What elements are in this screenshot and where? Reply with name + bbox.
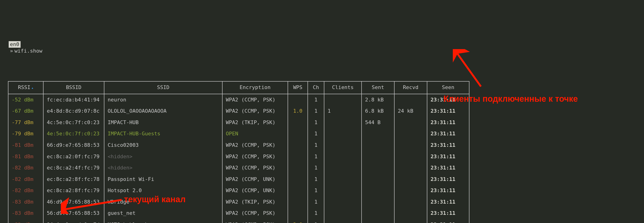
cell-seen: 23:31:11 <box>427 94 469 106</box>
cell-clients <box>324 174 362 185</box>
cell-bssid: 94:4a:0c:ad:0a:7d <box>43 219 104 223</box>
cell-bssid: ec:8c:a2:4f:fc:79 <box>43 162 104 174</box>
cell-rssi: -67 dBm <box>8 105 43 117</box>
cell-bssid: fc:ec:da:b4:41:94 <box>43 94 104 106</box>
cell-seen: 23:31:11 <box>427 128 469 140</box>
cell-ssid: OLOLOL_OAOOAOAOAOOA <box>104 105 222 117</box>
cell-ssid: Cisco02003 <box>104 140 222 151</box>
cell-wps <box>288 94 308 106</box>
col-bssid[interactable]: BSSID <box>43 81 104 94</box>
table-row[interactable]: -77 dBm4c:5e:0c:7f:c0:23IMPACT-HUBWPA2 (… <box>8 117 469 128</box>
col-wps[interactable]: WPS <box>288 81 308 94</box>
col-sent[interactable]: Sent <box>362 81 394 94</box>
table-row[interactable]: -52 dBmfc:ec:da:b4:41:94neuronWPA2 (CCMP… <box>8 94 469 106</box>
table-row[interactable]: -82 dBmec:8c:a2:8f:fc:78Passpoint Wi-FiW… <box>8 174 469 185</box>
cell-bssid: ec:8c:a2:0f:fc:79 <box>43 151 104 163</box>
cell-ssid: WBridge <box>104 196 222 208</box>
cell-recvd <box>394 208 427 219</box>
cell-wps <box>288 162 308 174</box>
table-row[interactable]: -83 dBm56:d9:e7:65:88:53guest_netWPA2 (C… <box>8 208 469 219</box>
cell-ch: 1 <box>308 94 324 106</box>
cell-rssi: -83 dBm <box>8 219 43 223</box>
table-row[interactable]: -83 dBm46:d9:e7:65:88:53WBridgeWPA2 (TKI… <box>8 196 469 208</box>
cell-recvd <box>394 128 427 140</box>
cell-sent: 6.8 kB <box>362 105 394 117</box>
col-seen[interactable]: Seen <box>427 81 469 94</box>
cell-ch: 1 <box>308 208 324 219</box>
cell-seen: 23:31:11 <box>427 162 469 174</box>
cell-recvd <box>394 151 427 163</box>
cell-bssid: ec:8c:a2:8f:fc:79 <box>43 185 104 196</box>
cell-seen: 23:31:11 <box>427 219 469 223</box>
cell-wps <box>288 185 308 196</box>
table-row[interactable]: -82 dBmec:8c:a2:8f:fc:79Hotspot 2.0WPA2 … <box>8 185 469 196</box>
cell-clients: 1 <box>324 105 362 117</box>
cell-ssid: Passpoint Wi-Fi <box>104 174 222 185</box>
col-rssi[interactable]: RSSI▴ <box>8 81 43 94</box>
cell-enc: WPA2 (CCMP, PSK) <box>222 94 288 106</box>
cell-ssid: guest_net <box>104 208 222 219</box>
cell-rssi: -82 dBm <box>8 174 43 185</box>
cell-bssid: 46:d9:e7:65:88:53 <box>43 196 104 208</box>
cell-wps <box>288 128 308 140</box>
cell-wps <box>288 140 308 151</box>
cell-seen: 23:31:11 <box>427 208 469 219</box>
cell-sent <box>362 140 394 151</box>
cell-sent <box>362 196 394 208</box>
col-encryption[interactable]: Encryption <box>222 81 288 94</box>
cell-rssi: -81 dBm <box>8 140 43 151</box>
cell-wps: 1.0 <box>288 105 308 117</box>
cell-ssid: MGTS_hohlovsky <box>104 219 222 223</box>
cell-ssid: <hidden> <box>104 151 222 163</box>
cell-clients <box>324 140 362 151</box>
cell-recvd: 24 kB <box>394 105 427 117</box>
col-ssid[interactable]: SSID <box>104 81 222 94</box>
table-row[interactable]: -79 dBm4e:5e:0c:7f:c0:23IMPACT-HUB-Guest… <box>8 128 469 140</box>
cell-clients <box>324 128 362 140</box>
cell-enc: WPA2 (TKIP, PSK) <box>222 196 288 208</box>
cell-wps <box>288 196 308 208</box>
cell-wps <box>288 151 308 163</box>
table-row[interactable]: -83 dBm94:4a:0c:ad:0a:7dMGTS_hohlovskyWP… <box>8 219 469 223</box>
cell-rssi: -82 dBm <box>8 162 43 174</box>
col-ch[interactable]: Ch <box>308 81 324 94</box>
prompt-interface-badge: en0 <box>9 41 21 48</box>
cell-bssid: 4e:5e:0c:7f:c0:23 <box>43 128 104 140</box>
cell-clients <box>324 117 362 128</box>
cell-rssi: -77 dBm <box>8 117 43 128</box>
cell-rssi: -83 dBm <box>8 196 43 208</box>
prompt-arrow: » <box>10 48 13 54</box>
cell-sent <box>362 219 394 223</box>
table-row[interactable]: -67 dBme4:8d:8c:d9:07:8cOLOLOL_OAOOAOAOA… <box>8 105 469 117</box>
cell-wps <box>288 174 308 185</box>
cell-ssid: IMPACT-HUB <box>104 117 222 128</box>
col-clients[interactable]: Clients <box>324 81 362 94</box>
cell-rssi: -79 dBm <box>8 128 43 140</box>
col-recvd[interactable]: Recvd <box>394 81 427 94</box>
cell-clients <box>324 208 362 219</box>
cell-ch: 1 <box>308 162 324 174</box>
table-row[interactable]: -81 dBm66:d9:e7:65:88:53Cisco02003WPA2 (… <box>8 140 469 151</box>
prompt-command[interactable]: wifi.show <box>14 48 42 54</box>
cell-sent: 2.8 kB <box>362 94 394 106</box>
cell-enc: WPA2 (CCMP, PSK) <box>222 105 288 117</box>
cell-ssid: IMPACT-HUB-Guests <box>104 128 222 140</box>
cell-bssid: ec:8c:a2:8f:fc:78 <box>43 174 104 185</box>
cell-clients <box>324 94 362 106</box>
cell-enc: WPA2 (CCMP, PSK) <box>222 151 288 163</box>
table-row[interactable]: -82 dBmec:8c:a2:4f:fc:79<hidden>WPA2 (CC… <box>8 162 469 174</box>
cell-bssid: e4:8d:8c:d9:07:8c <box>43 105 104 117</box>
cell-enc: WPA2 (CCMP, PSK) <box>222 162 288 174</box>
cell-ch: 1 <box>308 174 324 185</box>
cell-sent <box>362 208 394 219</box>
cell-bssid: 4c:5e:0c:7f:c0:23 <box>43 117 104 128</box>
cell-seen: 23:31:11 <box>427 151 469 163</box>
table-row[interactable]: -81 dBmec:8c:a2:0f:fc:79<hidden>WPA2 (CC… <box>8 151 469 163</box>
cell-sent <box>362 162 394 174</box>
cell-seen: 23:31:11 <box>427 105 469 117</box>
cell-ch: 1 <box>308 196 324 208</box>
cell-clients <box>324 219 362 223</box>
cell-clients <box>324 151 362 163</box>
sort-asc-icon: ▴ <box>31 86 34 90</box>
cell-ch: 1 <box>308 140 324 151</box>
